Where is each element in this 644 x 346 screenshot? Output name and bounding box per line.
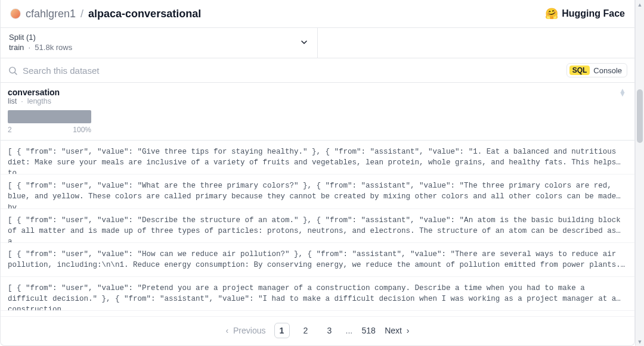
hist-max: 100%: [73, 126, 91, 134]
header-bar: cfahlgren1 / alpaca-conversational 🤗 Hug…: [1, 0, 634, 28]
breadcrumb-separator: /: [80, 8, 83, 20]
huggingface-icon: 🤗: [545, 7, 558, 20]
next-button[interactable]: Next ›: [385, 326, 409, 335]
page-ellipsis: ...: [346, 326, 353, 335]
column-histogram: 2 100%: [8, 110, 91, 134]
rows-container: [ { "from": "user", "value": "Give three…: [1, 141, 634, 316]
chevron-right-icon: ›: [407, 326, 410, 335]
page-3-button[interactable]: 3: [322, 323, 338, 338]
brand-logo[interactable]: 🤗 Hugging Face: [545, 7, 625, 20]
split-selector[interactable]: Split (1) train · 51.8k rows: [1, 28, 318, 58]
vertical-scrollbar[interactable]: ▲ ▼: [635, 0, 644, 346]
hist-min: 2: [8, 126, 12, 134]
page-1-button[interactable]: 1: [274, 323, 290, 338]
table-row[interactable]: [ { "from": "user", "value": "How can we…: [1, 243, 634, 277]
split-label: Split (1): [9, 33, 72, 42]
column-type: list · lengths: [8, 97, 627, 105]
split-rowcount: 51.8k rows: [35, 43, 72, 52]
column-header[interactable]: ▲▼ conversation list · lengths 2 100%: [1, 83, 634, 141]
svg-line-1: [15, 72, 17, 74]
table-row[interactable]: [ { "from": "user", "value": "Give three…: [1, 141, 634, 174]
dataset-name[interactable]: alpaca-conversational: [88, 8, 201, 20]
table-row[interactable]: [ { "from": "user", "value": "Describe t…: [1, 209, 634, 243]
chevron-down-icon: [299, 38, 309, 47]
sql-console-button[interactable]: SQL Console: [566, 63, 627, 77]
search-input[interactable]: [23, 66, 559, 76]
sort-icon[interactable]: ▲▼: [619, 89, 626, 96]
owner-avatar[interactable]: [10, 8, 21, 19]
split-name: train: [9, 43, 24, 52]
split-row: Split (1) train · 51.8k rows: [1, 28, 634, 58]
search-row: SQL Console: [1, 58, 634, 83]
owner-link[interactable]: cfahlgren1: [26, 8, 76, 20]
table-row[interactable]: [ { "from": "user", "value": "What are t…: [1, 174, 634, 208]
prev-button[interactable]: ‹ Previous: [226, 326, 266, 335]
brand-label: Hugging Face: [562, 8, 625, 19]
scroll-up-arrow-icon[interactable]: ▲: [636, 0, 644, 9]
sql-chip: SQL: [569, 66, 590, 75]
breadcrumb: cfahlgren1 / alpaca-conversational: [10, 8, 201, 20]
scroll-down-arrow-icon[interactable]: ▼: [636, 337, 644, 346]
split-meta: train · 51.8k rows: [9, 43, 72, 52]
scrollbar-thumb[interactable]: [637, 89, 643, 143]
page-2-button[interactable]: 2: [298, 323, 314, 338]
table-row[interactable]: [ { "from": "user", "value": "Write a co…: [1, 311, 634, 316]
pagination: ‹ Previous 1 2 3 ... 518 Next ›: [1, 316, 634, 345]
table-row[interactable]: [ { "from": "user", "value": "Pretend yo…: [1, 277, 634, 311]
column-name: conversation: [8, 88, 627, 97]
sql-console-label: Console: [593, 66, 622, 75]
chevron-left-icon: ‹: [226, 326, 229, 335]
page-last-button[interactable]: 518: [361, 323, 376, 338]
svg-point-0: [10, 67, 16, 73]
search-icon: [8, 66, 18, 76]
